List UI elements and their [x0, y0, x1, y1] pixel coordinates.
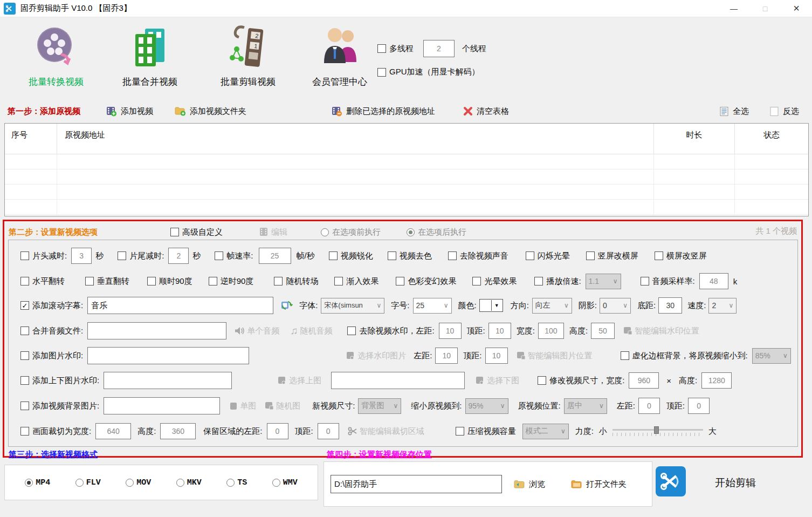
delete-selected-button[interactable]: 删除已选择的原视频地址	[332, 106, 435, 117]
rotate-ccw90-checkbox[interactable]: 逆时90度	[209, 276, 254, 287]
play-speed-select[interactable]: 1.1∨	[586, 274, 621, 289]
keep-left-input[interactable]	[267, 423, 288, 439]
resize-video-checkbox[interactable]: 修改视频尺寸，宽度:	[538, 376, 624, 386]
slider-thumb[interactable]	[654, 426, 659, 434]
sharpen-checkbox[interactable]: 视频锐化	[329, 251, 373, 261]
head-trim-input[interactable]	[71, 248, 92, 264]
scroll-speed-select[interactable]: 2∨	[708, 298, 737, 314]
format-radio-ts[interactable]: TS	[226, 478, 247, 487]
background-image-input[interactable]	[104, 397, 220, 414]
fps-checkbox[interactable]: 帧速率:	[215, 251, 253, 261]
bottom-margin-input[interactable]	[658, 297, 682, 314]
tab-batch-convert[interactable]: 批量转换视频	[14, 23, 98, 88]
refresh-icon[interactable]	[281, 300, 293, 311]
scroll-subtitle-checkbox[interactable]: ✓添加滚动字幕:	[20, 301, 83, 311]
subtitle-text-input[interactable]	[87, 297, 273, 314]
image-watermark-input[interactable]	[87, 347, 249, 364]
blur-scale-select[interactable]: 85%∨	[752, 348, 791, 364]
random-image-button[interactable]: 随机图	[265, 401, 300, 411]
column-header-status[interactable]: 状态	[735, 124, 808, 154]
sample-rate-input[interactable]	[699, 273, 728, 289]
smart-edit-image-button[interactable]: 智能编辑图片位置	[517, 351, 593, 361]
bottom-image-input[interactable]	[331, 372, 465, 389]
new-size-select[interactable]: 背景图∨	[358, 398, 401, 414]
format-radio-mkv[interactable]: MKV	[176, 478, 202, 487]
bg-top-input[interactable]	[688, 398, 710, 414]
smart-crop-button[interactable]: 智能编辑裁切区域	[348, 426, 424, 437]
sample-rate-checkbox[interactable]: 音频采样率:	[641, 276, 695, 287]
horizontal-to-vertical-checkbox[interactable]: 横屏改竖屏	[655, 251, 707, 261]
color-fx-checkbox[interactable]: 色彩变幻效果	[396, 276, 456, 287]
column-header-index[interactable]: 序号	[5, 124, 57, 154]
wm-width-input[interactable]	[538, 323, 564, 339]
clear-table-button[interactable]: 清空表格	[463, 106, 509, 117]
select-all-button[interactable]: 全选	[719, 106, 749, 117]
format-radio-mp4[interactable]: MP4	[25, 478, 50, 487]
position-select[interactable]: 居中∨	[564, 398, 607, 414]
choose-watermark-image-button[interactable]: 选择水印图片	[346, 351, 406, 361]
radio-run-after[interactable]: 在选项后执行	[407, 227, 466, 237]
format-radio-wmv[interactable]: WMV	[272, 478, 298, 487]
tab-batch-edit[interactable]: 2 1 批量剪辑视频	[206, 23, 290, 88]
wm-left-input[interactable]	[439, 323, 462, 339]
resize-width-input[interactable]	[629, 372, 659, 389]
tail-trim-checkbox[interactable]: 片尾减时:	[118, 251, 164, 261]
halo-fx-checkbox[interactable]: 光晕效果	[472, 276, 517, 287]
radio-run-after-circle[interactable]	[407, 228, 415, 236]
resize-height-input[interactable]	[701, 372, 732, 389]
maximize-button[interactable]: □	[749, 0, 781, 17]
keep-top-input[interactable]	[318, 423, 339, 439]
head-trim-checkbox[interactable]: 片头减时:	[20, 251, 67, 261]
choose-top-image-button[interactable]: 选择上图	[278, 376, 321, 386]
gpu-checkbox[interactable]	[377, 68, 386, 77]
single-audio-button[interactable]: 单个音频	[234, 326, 279, 336]
color-dropdown-button[interactable]: ▼	[491, 300, 502, 311]
format-radio-mov[interactable]: MOV	[126, 478, 151, 487]
random-audio-button[interactable]: ♫ 随机音频	[290, 325, 332, 337]
tail-trim-input[interactable]	[168, 248, 189, 264]
flip-horizontal-checkbox[interactable]: 水平翻转	[20, 276, 65, 287]
edit-button[interactable]: 编辑	[259, 227, 287, 237]
image-watermark-checkbox[interactable]: 添加图片水印:	[20, 351, 83, 361]
font-select[interactable]: 宋体(simsun∨	[321, 298, 384, 314]
wm-height-input[interactable]	[591, 323, 615, 339]
shadow-select[interactable]: 0∨	[600, 298, 631, 314]
decolor-checkbox[interactable]: 视频去色	[388, 251, 432, 261]
open-folder-button[interactable]: 打开文件夹	[571, 479, 627, 489]
fade-in-checkbox[interactable]: 渐入效果	[334, 276, 379, 287]
compress-mode-select[interactable]: 模式二∨	[522, 424, 569, 439]
font-size-select[interactable]: 25∨	[413, 298, 452, 314]
radio-run-before-circle[interactable]	[321, 228, 329, 236]
start-editing-button[interactable]: 开始剪辑	[715, 476, 756, 490]
top-bottom-watermark-checkbox[interactable]: 添加上下图片水印:	[20, 376, 99, 386]
tab-batch-merge[interactable]: 批量合并视频	[108, 23, 192, 88]
bg-left-input[interactable]	[638, 398, 660, 414]
close-button[interactable]: ×	[781, 0, 812, 17]
compress-checkbox[interactable]: 压缩视频容量	[456, 426, 516, 437]
background-image-checkbox[interactable]: 添加视频背景图片:	[20, 401, 99, 411]
merge-audio-checkbox[interactable]: 合并音频文件:	[20, 326, 83, 336]
advanced-custom-box[interactable]	[170, 228, 179, 236]
img-left-input[interactable]	[435, 348, 458, 364]
vertical-to-horizontal-checkbox[interactable]: 竖屏改横屏	[586, 251, 638, 261]
choose-bottom-image-button[interactable]: 选择下图	[476, 376, 519, 386]
wm-top-input[interactable]	[488, 323, 511, 339]
top-image-input[interactable]	[104, 372, 232, 389]
blur-border-checkbox[interactable]: 虚化边框背景，将原视频缩小到:	[621, 351, 748, 361]
direction-select[interactable]: 向左∨	[532, 298, 572, 314]
img-top-input[interactable]	[485, 348, 508, 364]
column-header-duration[interactable]: 时长	[654, 124, 735, 154]
advanced-custom-checkbox[interactable]: 高级自定义	[170, 227, 223, 237]
font-color-picker[interactable]: ▼	[479, 299, 503, 312]
column-header-path[interactable]: 原视频地址	[57, 124, 654, 154]
mute-checkbox[interactable]: 去除视频声音	[448, 251, 508, 261]
crop-width-input[interactable]	[95, 423, 131, 439]
save-path-input[interactable]	[331, 475, 502, 493]
format-radio-flv[interactable]: FLV	[75, 478, 101, 487]
add-folder-button[interactable]: 添加视频文件夹	[175, 106, 246, 117]
thread-count-input[interactable]	[423, 40, 455, 57]
fps-input[interactable]	[259, 248, 291, 264]
merge-audio-input[interactable]	[87, 322, 226, 339]
crop-checkbox[interactable]: 画面裁切为宽度:	[20, 426, 91, 437]
single-image-button[interactable]: 单图	[230, 401, 256, 411]
